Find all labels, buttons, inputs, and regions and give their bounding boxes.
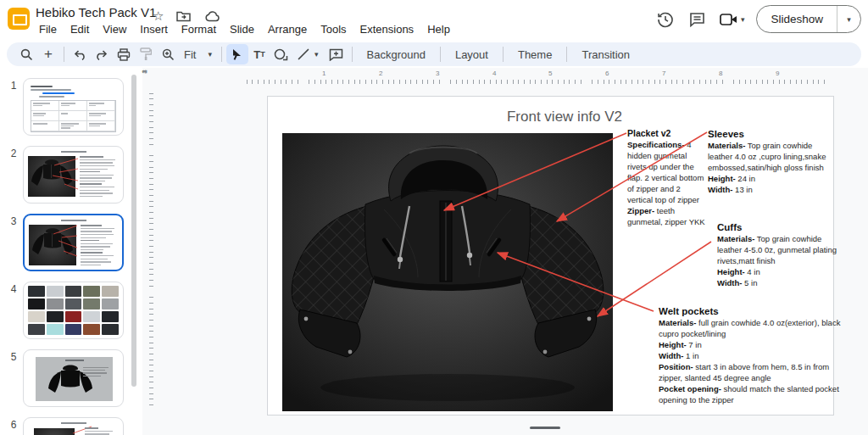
slides-logo-icon[interactable] (8, 8, 30, 30)
text-box-tool-button[interactable]: TT (248, 44, 270, 64)
shape-tool-button[interactable] (270, 44, 292, 64)
menu-extensions[interactable]: Extensions (355, 21, 420, 37)
slide-number: 6 (7, 419, 20, 431)
editing-canvas: 1 2 3 4 5 6 7 8 9 1 2 3 4 Front view inf… (142, 68, 868, 435)
back-view-mini-image (36, 357, 113, 401)
slide-number: 3 (7, 215, 20, 227)
slide-thumbnail-6[interactable] (23, 417, 124, 435)
menu-bar: File Edit View Insert Format Slide Arran… (34, 21, 455, 37)
transition-button[interactable]: Transition (571, 48, 640, 61)
slide-thumbnail-5[interactable] (23, 349, 124, 407)
slideshow-button[interactable]: Slideshow ▾ (756, 5, 861, 33)
slide-thumbnail-3-selected[interactable] (23, 214, 124, 271)
background-button[interactable]: Background (357, 48, 436, 61)
zoom-in-icon[interactable] (157, 44, 179, 64)
print-button[interactable] (113, 44, 135, 64)
vertical-ruler (149, 88, 153, 410)
ruler-number: 4 (492, 70, 496, 77)
menu-view[interactable]: View (97, 21, 131, 37)
meet-camera-button[interactable]: ▾ (720, 13, 745, 26)
filmstrip-scrollbar[interactable] (131, 75, 136, 387)
thumb-annotation-lines (24, 147, 124, 203)
toolbar-divider (352, 47, 353, 62)
theme-button[interactable]: Theme (508, 48, 562, 61)
app-header: Hebiko Tech Pack V1 ☆ File Edit View Ins… (0, 0, 868, 41)
document-title[interactable]: Hebiko Tech Pack V1 (36, 5, 156, 20)
ruler-number: 9 (776, 70, 779, 77)
toolbar-divider (566, 47, 567, 62)
slide-number: 2 (7, 148, 20, 159)
select-tool-button[interactable] (226, 44, 248, 64)
ruler-number: 8 (719, 70, 722, 77)
toolbar-divider (221, 47, 222, 62)
line-tool-caret-icon[interactable]: ▾ (314, 50, 319, 59)
redo-button[interactable] (91, 44, 113, 64)
slide-thumbnail-4[interactable] (23, 282, 124, 339)
main-toolbar: + Fit▾ TT ▾ Background Layout Theme Tran… (7, 42, 861, 66)
toolbar-divider (503, 47, 504, 62)
undo-button[interactable] (69, 44, 91, 64)
ruler-number: 5 (548, 70, 552, 77)
menu-tools[interactable]: Tools (315, 21, 351, 37)
slide-thumbnail-2[interactable] (23, 146, 124, 204)
thumb-annotation-lines (25, 215, 122, 268)
menu-file[interactable]: File (34, 21, 62, 37)
menu-edit[interactable]: Edit (65, 21, 94, 37)
toolbar-divider (64, 47, 64, 62)
slideshow-dropdown[interactable]: ▾ (837, 6, 860, 32)
slide-filmstrip: 1 2 (0, 68, 142, 435)
insert-comment-button[interactable] (326, 44, 348, 64)
new-slide-button[interactable]: + (37, 44, 59, 64)
menu-insert[interactable]: Insert (135, 21, 173, 37)
horizontal-ruler (242, 80, 825, 84)
search-menus-icon[interactable] (15, 44, 37, 64)
camera-caret-icon[interactable]: ▾ (741, 15, 745, 24)
menu-slide[interactable]: Slide (225, 21, 259, 37)
slide-number: 1 (7, 80, 20, 92)
moodboard-collage (24, 282, 123, 339)
slide-thumbnail-1[interactable] (23, 78, 124, 136)
ruler-number: 7 (662, 70, 665, 77)
ruler-number: 6 (605, 70, 609, 77)
ruler-number: 1 (322, 70, 326, 77)
ruler-number: 3 (436, 70, 439, 77)
menu-help[interactable]: Help (422, 21, 455, 37)
toolbar-divider (440, 47, 441, 62)
slide-number: 4 (7, 283, 20, 295)
menu-format[interactable]: Format (176, 21, 221, 37)
zoom-fit-select[interactable]: Fit▾ (179, 48, 217, 61)
slide-number: 5 (7, 351, 20, 363)
layout-button[interactable]: Layout (445, 48, 498, 61)
version-history-icon[interactable] (655, 9, 676, 30)
slide-page[interactable]: Front view info V2 (267, 96, 834, 415)
menu-arrange[interactable]: Arrange (263, 21, 312, 37)
slideshow-label[interactable]: Slideshow (757, 6, 837, 32)
line-tool-button[interactable] (292, 44, 314, 64)
intro-table-sketch (31, 100, 116, 132)
paint-format-icon[interactable] (135, 44, 157, 64)
ruler-number: 4 (141, 70, 148, 73)
notes-resize-handle[interactable] (530, 427, 560, 429)
ruler-number: 2 (379, 70, 382, 77)
comments-icon[interactable] (687, 9, 708, 30)
annotation-arrows[interactable] (268, 97, 835, 416)
